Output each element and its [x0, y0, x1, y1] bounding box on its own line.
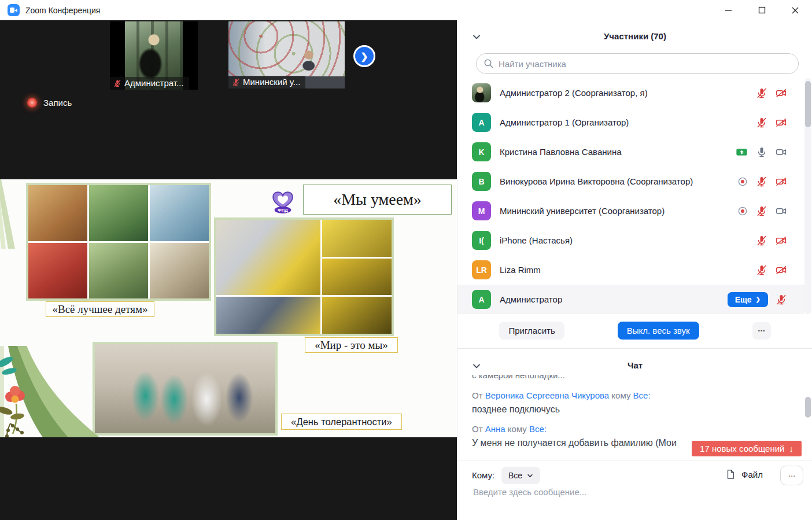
participant-row[interactable]: LRLiza Rimm [457, 255, 804, 285]
file-button[interactable]: Файл [722, 468, 766, 481]
close-button[interactable] [778, 0, 812, 20]
participants-actions: Пригласить Выкл. весь звук ... [457, 322, 812, 340]
cam-off-icon [775, 176, 787, 187]
slide-decoration-top-left [0, 179, 23, 249]
window-title: Zoom Конференция [25, 6, 100, 15]
chat-to-label: Кому: [472, 470, 494, 480]
participant-avatar: I( [472, 231, 491, 250]
participant-name: Liza Rimm [500, 265, 747, 275]
file-icon [725, 469, 736, 480]
mic-off-icon [756, 176, 767, 187]
photo-collage-yellow-kids [214, 217, 394, 336]
chevron-down-icon [527, 473, 533, 479]
chat-recipient: Все: [633, 390, 651, 400]
participant-name: iPhone (Настасья) [500, 235, 747, 245]
title-bar: Zoom Конференция [0, 0, 812, 20]
participant-row[interactable]: MМининский университет (Соорганизатор) [457, 196, 804, 226]
shared-screen-slide: ФПД «Мы умеем» «Всё лучшее детям» «Мир -… [0, 179, 457, 437]
close-icon [791, 6, 799, 14]
svg-text:ФПД: ФПД [278, 208, 288, 213]
mic-off-icon [756, 87, 767, 99]
invite-button[interactable]: Пригласить [499, 322, 564, 340]
video-thumbnail-2[interactable]: Мининский у... [228, 21, 345, 88]
participant-avatar [472, 83, 491, 102]
participants-header: Участники (70) [457, 31, 812, 41]
participants-scrollbar-thumb[interactable] [805, 81, 811, 127]
mute-all-button[interactable]: Выкл. весь звук [618, 322, 699, 340]
new-messages-badge[interactable]: 17 новых сообщений ↓ [692, 441, 802, 456]
chat-message-clipped: с камерой неполадки... [472, 375, 812, 382]
mic-off-icon [232, 78, 240, 86]
arrow-down-icon: ↓ [789, 444, 794, 453]
participant-name: Администратор [500, 294, 719, 304]
chevron-right-icon: ❯ [756, 296, 761, 303]
participant-row[interactable]: KКристина Павловна Саванина [457, 137, 804, 167]
participant-more-button[interactable]: Еще❯ [728, 292, 768, 307]
chat-message-text: позднее подключусь [472, 404, 812, 415]
divider [457, 460, 812, 460]
divider [457, 348, 812, 349]
participant-name: Администратор 2 (Соорганизатор, я) [500, 88, 747, 98]
recording-dot-icon [27, 98, 37, 108]
mic-off-icon [776, 294, 787, 305]
participant-row[interactable]: I(iPhone (Настасья) [457, 226, 804, 255]
participant-row[interactable]: Администратор 2 (Соорганизатор, я) [457, 78, 804, 108]
participant-avatar: M [472, 201, 491, 220]
chat-recipient: Все: [529, 424, 547, 434]
rec-icon [737, 176, 748, 187]
photo-collage-group [93, 342, 278, 436]
slide-decoration-flowers [0, 346, 99, 437]
mic-off-icon [756, 235, 767, 246]
participant-row[interactable]: BВинокурова Ирина Викторовна (Соорганиза… [457, 167, 804, 196]
share-icon [735, 146, 748, 158]
participant-row[interactable]: AАдминистраторЕще❯ [457, 285, 804, 314]
minimize-button[interactable] [711, 0, 745, 20]
participant-row[interactable]: AАдминистратор 1 (Организатор) [457, 108, 804, 137]
next-videos-button[interactable]: ❯ [353, 45, 375, 67]
recording-label: Запись [43, 98, 72, 108]
cam-off-icon [775, 235, 787, 246]
slide-title: «Мы умеем» [303, 185, 452, 215]
participant-avatar: B [472, 172, 491, 191]
chat-footer: Кому: Все Файл ... [457, 466, 812, 486]
participants-more-button[interactable]: ... [752, 322, 771, 340]
chat-sender: Анна [485, 424, 505, 434]
cam-on-icon [775, 205, 787, 217]
video-area-bottom [0, 437, 457, 520]
chat-message-input[interactable] [472, 486, 796, 497]
chat-scrollbar-thumb[interactable] [805, 397, 811, 418]
participant-name: Винокурова Ирина Викторовна (Соорганизат… [500, 176, 728, 186]
zoom-logo-icon [8, 4, 20, 16]
cam-off-icon [775, 117, 787, 128]
chevron-right-icon: ❯ [360, 51, 368, 62]
participant-list: Администратор 2 (Соорганизатор, я)AАдмин… [457, 78, 804, 314]
slide-caption-3: «День толерантности» [281, 414, 402, 430]
chat-more-button[interactable]: ... [780, 466, 803, 485]
participant-avatar: A [472, 290, 491, 309]
participant-name: Мининский университет (Соорганизатор) [500, 206, 728, 216]
cam-off-icon [775, 264, 787, 276]
participant-search [476, 53, 799, 74]
participant-search-input[interactable] [476, 53, 799, 74]
slide-caption-1: «Всё лучшее детям» [46, 301, 154, 317]
mic-off-icon [756, 205, 767, 217]
maximize-button[interactable] [745, 0, 778, 20]
chat-to-dropdown[interactable]: Все [501, 467, 540, 484]
chat-sender: Вероника Сергеевна Чикурова [485, 390, 609, 400]
video-thumbnail-1[interactable]: Администрат... [110, 21, 198, 90]
chat-header: Чат [457, 360, 812, 370]
fpd-logo: ФПД [270, 187, 296, 214]
rec-icon [737, 205, 748, 217]
photo-collage-new-year [26, 183, 211, 301]
mic-off-icon [756, 117, 767, 128]
participant-avatar: K [472, 142, 491, 161]
cam-off-icon [775, 87, 787, 99]
participant-name: Кристина Павловна Саванина [500, 147, 726, 157]
search-icon [483, 58, 494, 69]
cam-on-icon [775, 146, 787, 158]
mic-off-icon [113, 79, 121, 87]
maximize-icon [758, 6, 766, 14]
participant-name: Администратор 1 (Организатор) [500, 117, 747, 127]
mic-off-icon [756, 264, 767, 276]
participant-avatar: A [472, 113, 491, 132]
